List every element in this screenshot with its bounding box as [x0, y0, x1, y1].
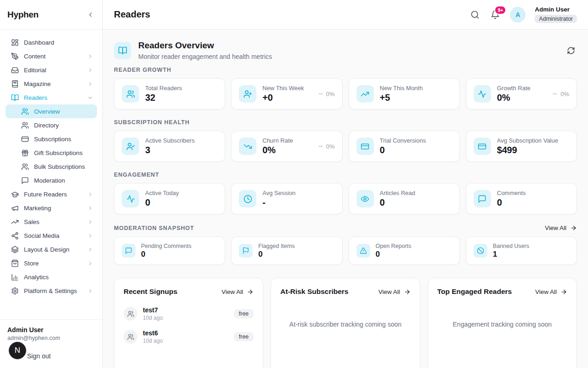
sidebar-item-marketing[interactable]: Marketing: [6, 201, 97, 215]
metric-card-active-subscribers: Active Subscribers3: [114, 131, 225, 162]
moderation-view-all-link[interactable]: View All: [545, 224, 577, 231]
dev-indicator-badge[interactable]: N: [9, 342, 26, 359]
metric-value: -: [262, 197, 295, 208]
avatar[interactable]: A: [510, 7, 526, 23]
sidebar-item-gift-subscriptions[interactable]: Gift Subscriptions: [6, 146, 97, 160]
metric-label: Avg Session: [262, 190, 295, 196]
panel-title: Recent Signups: [124, 288, 177, 296]
metric-trend: 0%: [552, 91, 569, 98]
shopping-bag-icon: [11, 259, 19, 267]
users-icon: [21, 163, 29, 171]
inbox-icon: [11, 66, 19, 74]
top-engaged-empty-state: Engagement tracking coming soon: [437, 302, 567, 328]
sidebar-item-social-media[interactable]: Social Media: [6, 229, 97, 242]
book-open-icon: [11, 94, 19, 102]
clock-icon: [239, 190, 256, 207]
metric-label: Trial Conversions: [380, 137, 426, 144]
sidebar-item-sales[interactable]: Sales: [6, 215, 97, 229]
metric-card-open-reports: Open Reports0: [349, 236, 460, 265]
signup-list-item[interactable]: test610d ago free: [124, 325, 254, 348]
panel-title: At-Risk Subscribers: [280, 288, 348, 296]
sidebar-item-label: Overview: [34, 108, 60, 115]
panel-header: Top Engaged Readers View All: [437, 288, 567, 296]
metric-value: 0%: [262, 145, 293, 155]
sidebar-item-readers[interactable]: Readers: [6, 91, 97, 104]
sidebar-item-label: Platform & Settings: [24, 288, 77, 294]
sidebar-item-label: Gift Subscriptions: [34, 150, 83, 156]
users-icon: [21, 121, 29, 129]
engagement-cards: Active Today0 Avg Session- Articles Read…: [114, 183, 577, 214]
top-engaged-readers-panel: Top Engaged Readers View All Engagement …: [428, 278, 577, 368]
trending-up-icon: [11, 218, 19, 226]
arrow-right-icon: [404, 288, 411, 295]
sidebar-item-overview[interactable]: Overview: [6, 104, 97, 118]
metric-label: New This Week: [262, 85, 304, 92]
sidebar-item-layout-design[interactable]: Layout & Design: [6, 242, 97, 256]
sidebar-item-label: Analytics: [24, 274, 49, 281]
moderation-section-header: MODERATION SNAPSHOT View All: [114, 224, 577, 231]
refresh-button[interactable]: [565, 45, 577, 57]
chevron-right-icon: [87, 81, 93, 87]
chevron-right-icon: [87, 67, 93, 73]
subscription-health-cards: Active Subscribers3 Churn Rate0% 0% Tria…: [114, 131, 577, 162]
overview-header: Readers Overview Monitor reader engageme…: [114, 40, 577, 60]
sidebar-item-bulk-subscriptions[interactable]: Bulk Subscriptions: [6, 160, 97, 173]
sidebar-item-editorial[interactable]: Editorial: [6, 63, 97, 77]
sidebar-item-content[interactable]: Content: [6, 49, 97, 63]
book-icon: [11, 80, 19, 88]
users-icon: [21, 108, 29, 115]
metric-value: 0: [376, 250, 412, 259]
trending-down-icon: [239, 138, 256, 155]
sidebar-item-dashboard[interactable]: Dashboard: [6, 35, 97, 49]
signup-list-item[interactable]: test710d ago free: [124, 302, 254, 325]
signup-time: 10d ago: [143, 338, 163, 344]
signup-time: 10d ago: [143, 315, 163, 321]
notifications-button[interactable]: 9+: [490, 9, 501, 20]
sidebar-item-label: Content: [24, 53, 45, 60]
sidebar-item-magazine[interactable]: Magazine: [6, 77, 97, 91]
megaphone-icon: [11, 204, 19, 212]
sign-out-label: Sign out: [27, 352, 51, 360]
refresh-icon: [567, 46, 575, 55]
user-plus-icon: [239, 85, 256, 103]
metric-label: Churn Rate: [262, 137, 293, 144]
sidebar-item-label: Future Readers: [24, 191, 67, 198]
view-all-label: View All: [545, 224, 566, 231]
search-button[interactable]: [469, 9, 481, 20]
sidebar-item-subscriptions[interactable]: Subscriptions: [6, 132, 97, 146]
panel-title: Top Engaged Readers: [437, 288, 512, 296]
metric-label: Open Reports: [376, 243, 412, 249]
sidebar-item-label: Sales: [24, 218, 40, 225]
sidebar-item-platform-settings[interactable]: Platform & Settings: [6, 284, 97, 298]
arrow-right-icon: [247, 288, 254, 295]
sidebar-item-label: Layout & Design: [24, 246, 69, 253]
minus-icon: [317, 143, 324, 150]
sidebar-item-store[interactable]: Store: [6, 256, 97, 270]
recent-signups-panel: Recent Signups View All test710d ago fre…: [114, 278, 263, 368]
metric-value: 32: [145, 92, 182, 103]
section-label-engagement: ENGAGEMENT: [114, 172, 577, 178]
metric-value: 1: [493, 250, 529, 259]
top-engaged-view-all-link[interactable]: View All: [535, 288, 567, 295]
section-label-subscription-health: SUBSCRIPTION HEALTH: [114, 119, 577, 126]
minus-icon: [552, 91, 558, 97]
metric-label: Active Subscribers: [145, 137, 195, 144]
sidebar-item-directory[interactable]: Directory: [6, 118, 97, 132]
sidebar-item-future-readers[interactable]: Future Readers: [6, 187, 97, 201]
sidebar-item-analytics[interactable]: Analytics: [6, 270, 97, 284]
metric-value: 3: [145, 145, 195, 155]
trend-value: 0%: [326, 143, 335, 150]
recent-signups-view-all-link[interactable]: View All: [221, 288, 254, 295]
users-icon: [124, 330, 137, 344]
sidebar-item-label: Bulk Subscriptions: [34, 163, 85, 170]
message-square-icon: [122, 244, 136, 258]
chevron-right-icon: [87, 233, 93, 239]
chevron-right-icon: [87, 260, 93, 266]
at-risk-view-all-link[interactable]: View All: [379, 288, 411, 295]
metric-card-articles-read: Articles Read0: [349, 183, 460, 214]
activity-icon: [122, 190, 139, 207]
sidebar-item-moderation[interactable]: Moderation: [6, 173, 97, 187]
metric-card-banned-users: Banned Users1: [466, 236, 577, 265]
sidebar-collapse-button[interactable]: [85, 9, 96, 20]
minus-icon: [317, 91, 324, 97]
